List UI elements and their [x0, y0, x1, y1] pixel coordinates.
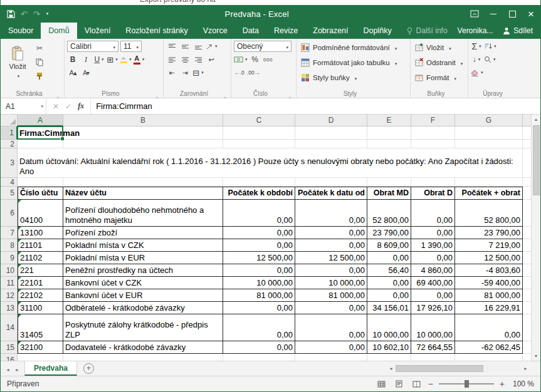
- cell-G15[interactable]: -62 062,45: [455, 341, 523, 354]
- tab-Domů[interactable]: Domů: [41, 23, 76, 39]
- cell-B9[interactable]: Pokladní místa v EUR: [63, 252, 223, 264]
- cell-A10[interactable]: 221: [18, 264, 63, 277]
- cell-A2[interactable]: [18, 140, 63, 148]
- cell-F7[interactable]: 0,00: [411, 227, 455, 239]
- font-dialog-launcher[interactable]: [155, 91, 162, 97]
- cell-E4[interactable]: [367, 178, 411, 187]
- align-top-button[interactable]: [166, 41, 177, 52]
- cell-G11[interactable]: -59 400,00: [455, 277, 523, 289]
- row-header-5[interactable]: 5: [1, 187, 18, 200]
- cell-G5[interactable]: Počátek + obrat: [455, 187, 523, 200]
- cell-E16[interactable]: [367, 354, 411, 361]
- cell-E14[interactable]: 10 000,00: [367, 314, 411, 341]
- share-button[interactable]: Sdílet: [503, 26, 533, 35]
- page-break-view-button[interactable]: [411, 379, 423, 389]
- align-middle-button[interactable]: [179, 41, 191, 52]
- scroll-down-button[interactable]: [532, 351, 541, 361]
- align-right-button[interactable]: [192, 54, 204, 65]
- cell-B16[interactable]: [63, 354, 223, 361]
- cell-G13[interactable]: 16 229,91: [455, 302, 523, 314]
- cell-C10[interactable]: 0,00: [223, 264, 295, 277]
- cell-F8[interactable]: 1 390,00: [411, 239, 455, 252]
- align-left-button[interactable]: [166, 54, 177, 65]
- font-color-button[interactable]: A: [134, 54, 145, 65]
- cell-E5[interactable]: Obrat MD: [367, 187, 411, 200]
- number-format-select[interactable]: Obecný: [234, 41, 292, 52]
- cell-A7[interactable]: 13100: [18, 227, 63, 239]
- cell-C14[interactable]: 0,00: [223, 314, 295, 341]
- cell-F15[interactable]: 72 664,55: [411, 341, 455, 354]
- paste-button[interactable]: Vložit: [3, 44, 32, 79]
- cell-B5[interactable]: Název účtu: [63, 187, 223, 200]
- cell-A11[interactable]: 22101: [18, 277, 63, 289]
- autosum-button[interactable]: [471, 41, 482, 52]
- cell-F1[interactable]: [411, 126, 455, 140]
- cell-D14[interactable]: 0,00: [295, 314, 367, 341]
- cell-D6[interactable]: 0,00: [295, 200, 367, 227]
- scroll-right-button[interactable]: [521, 364, 530, 373]
- cell-E2[interactable]: [367, 140, 411, 148]
- cell-C2[interactable]: [223, 140, 295, 148]
- cell-E13[interactable]: 34 156,01: [367, 302, 411, 314]
- cell-D8[interactable]: 0,00: [295, 239, 367, 252]
- cell-F6[interactable]: 0,00: [411, 200, 455, 227]
- column-header-E[interactable]: E: [367, 115, 411, 126]
- cell-E15[interactable]: 10 602,10: [367, 341, 411, 354]
- increase-decimal-button[interactable]: [234, 67, 245, 78]
- cell-A3[interactable]: Datum účtování: Aktuální kalendářní rok …: [18, 148, 523, 178]
- prev-sheet-button[interactable]: [6, 364, 10, 373]
- cell-B15[interactable]: Dodavatelé - krátkodobé závazky: [63, 341, 223, 354]
- cell-G1[interactable]: [455, 126, 523, 140]
- delete-cells-button[interactable]: Odstranit: [413, 56, 465, 69]
- cell-G10[interactable]: -4 803,60: [455, 264, 523, 277]
- column-header-C[interactable]: C: [223, 115, 295, 126]
- sheet-tab-predvaha[interactable]: Predvaha: [24, 361, 77, 376]
- cell-G12[interactable]: 81 000,00: [455, 289, 523, 302]
- cell-C4[interactable]: [223, 178, 295, 187]
- cell-F10[interactable]: 4 860,00: [411, 264, 455, 277]
- italic-button[interactable]: [80, 54, 92, 65]
- number-dialog-launcher[interactable]: [288, 91, 295, 97]
- cell-B2[interactable]: [63, 140, 223, 148]
- tab-Revize[interactable]: Revize: [266, 23, 305, 39]
- cell-A14[interactable]: 31405: [18, 314, 63, 341]
- cell-E10[interactable]: 56,40: [367, 264, 411, 277]
- cell-B11[interactable]: Bankovní účet v CZK: [63, 277, 223, 289]
- cell-A15[interactable]: 32100: [18, 341, 63, 354]
- cell-F12[interactable]: 0,00: [411, 289, 455, 302]
- column-header-F[interactable]: F: [411, 115, 455, 126]
- row-header-12[interactable]: 12: [1, 289, 18, 302]
- cell-A8[interactable]: 21101: [18, 239, 63, 252]
- cell-C12[interactable]: 81 000,00: [223, 289, 295, 302]
- borders-button[interactable]: [107, 54, 118, 65]
- decrease-indent-button[interactable]: [166, 67, 177, 78]
- cell-D10[interactable]: 0,00: [295, 264, 367, 277]
- increase-font-size-button[interactable]: [67, 67, 78, 78]
- redo-button[interactable]: [33, 8, 40, 20]
- conditional-formatting-button[interactable]: Podmíněné formátování: [299, 41, 407, 54]
- cell-D7[interactable]: 0,00: [295, 227, 367, 239]
- column-header-A[interactable]: A: [18, 115, 63, 126]
- scroll-left-button[interactable]: [386, 364, 396, 373]
- zoom-in-button[interactable]: [500, 379, 505, 389]
- horizontal-scroll-track[interactable]: [396, 364, 521, 373]
- cell-A4[interactable]: [18, 178, 63, 187]
- scroll-up-button[interactable]: [532, 115, 541, 124]
- close-button[interactable]: [522, 5, 540, 23]
- insert-function-icon[interactable]: fx: [78, 101, 84, 111]
- cell-E6[interactable]: 52 800,00: [367, 200, 411, 227]
- cancel-entry-icon[interactable]: ✕: [53, 102, 59, 111]
- cell-B12[interactable]: Bankovní účet v EUR: [63, 289, 223, 302]
- cell-E1[interactable]: [367, 126, 411, 140]
- cell-C1[interactable]: [223, 126, 295, 140]
- cell-E12[interactable]: 0,00: [367, 289, 411, 302]
- cell-E11[interactable]: 0,00: [367, 277, 411, 289]
- cell-C13[interactable]: 0,00: [223, 302, 295, 314]
- row-header-7[interactable]: 7: [1, 227, 18, 239]
- cell-B14[interactable]: Poskytnuté zálohy krátkodobé - předpis Z…: [63, 314, 223, 341]
- tab-Vložení[interactable]: Vložení: [77, 23, 118, 39]
- tab-Rozložení stránky[interactable]: Rozložení stránky: [118, 23, 195, 39]
- row-header-1[interactable]: 1: [1, 126, 18, 140]
- cell-styles-button[interactable]: Styly buňky: [299, 71, 407, 84]
- cell-F2[interactable]: [411, 140, 455, 148]
